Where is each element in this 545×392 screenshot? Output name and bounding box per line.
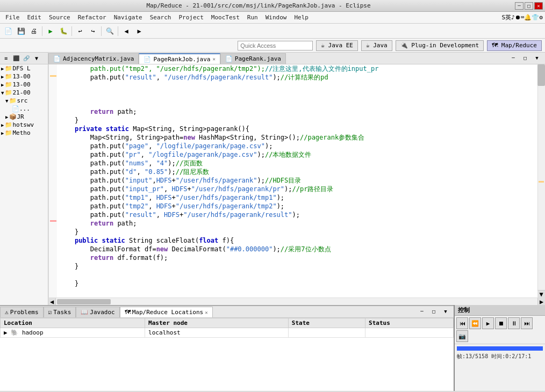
tab-javadoc[interactable]: 📖 Javadoc xyxy=(76,307,119,317)
scrollbar-thumb[interactable] xyxy=(537,64,545,86)
cell-location: ▶ 🐘 hadoop xyxy=(1,328,145,338)
toolbar: 📄 💾 🖨 ▶ 🐛 ↩ ↪ 🔍 ◀ ▶ xyxy=(0,24,545,39)
bottom-tab-close-icon[interactable]: ✕ xyxy=(205,310,207,315)
menu-navigate[interactable]: Navigate xyxy=(111,13,146,22)
menu-edit[interactable]: Edit xyxy=(24,13,45,22)
tray-icon: S英♪⏺⌨🔔👕⚙ xyxy=(502,13,543,21)
tab-close-icon[interactable]: ✕ xyxy=(212,56,215,62)
menu-source[interactable]: Source xyxy=(46,13,74,22)
maximize-button[interactable]: □ xyxy=(525,2,533,10)
menu-window[interactable]: Window xyxy=(262,13,290,22)
main-area: ≡ ⬛ 🔗 ▼ ▶ 📁 DFS L ▶ 📁 13-00 ▶ 📁 13-00 ▼ xyxy=(0,53,545,305)
back-button[interactable]: ◀ xyxy=(120,25,132,37)
right-panel-title: 控制 xyxy=(455,305,545,316)
perspective-java-ee[interactable]: ☕ Java EE xyxy=(316,40,358,51)
menu-help[interactable]: Help xyxy=(291,13,312,22)
new-button[interactable]: 📄 xyxy=(2,25,14,37)
sidebar-item-jr[interactable]: ▶ 📦 JR xyxy=(0,113,48,121)
problems-icon: ⚠ xyxy=(5,309,9,316)
minimize-button[interactable]: ─ xyxy=(515,2,524,10)
sidebar-item-hotsw[interactable]: ▶ 📁 hotswv xyxy=(0,121,48,129)
editor-menu[interactable]: ▼ xyxy=(531,53,543,64)
bottom-panel: ⚠ Problems ☑ Tasks 📖 Javadoc 🗺 Map/Reduc… xyxy=(0,305,454,391)
forward-button[interactable]: ▶ xyxy=(133,25,145,37)
sidebar-toolbar: ≡ ⬛ 🔗 ▼ xyxy=(0,53,48,64)
right-gutter xyxy=(48,64,57,297)
run-button[interactable]: ▶ xyxy=(45,25,56,37)
h-scrollbar-thumb[interactable] xyxy=(57,299,111,304)
mini-btn-7[interactable]: 📷 xyxy=(456,330,468,342)
mini-btn-1[interactable]: ⏮ xyxy=(456,317,468,329)
menu-run[interactable]: Run xyxy=(244,13,261,22)
bottom-menu[interactable]: ▼ xyxy=(440,306,451,317)
expand-arrow[interactable]: ▶ xyxy=(4,329,8,336)
bottom-maximize[interactable]: □ xyxy=(428,306,440,317)
menu-mooctest[interactable]: MoocTest xyxy=(208,13,243,22)
scroll-left-button[interactable]: ◀ xyxy=(48,298,56,306)
tab-mapreduce-locations[interactable]: 🗺 Map/Reduce Locations ✕ xyxy=(120,307,213,317)
mini-btn-2[interactable]: ⏪ xyxy=(469,317,481,329)
sidebar-item-13-2[interactable]: ▶ 📁 13-00 xyxy=(0,81,48,89)
code-content[interactable]: path.put("tmp2", "/user/hdfs/pagerank/tm… xyxy=(57,64,537,297)
tasks-icon: ☑ xyxy=(48,309,52,316)
tab-label: Problems xyxy=(10,309,39,316)
editor-minimize[interactable]: ─ xyxy=(507,53,519,64)
sidebar-item-file[interactable]: 📄 ... xyxy=(0,105,48,113)
tree-icon-folder: 📁 xyxy=(9,97,17,104)
scroll-right-button[interactable]: ▶ xyxy=(537,298,545,306)
sidebar-item-metho[interactable]: ▶ 📁 Metho xyxy=(0,129,48,137)
tab-label: AdjacencyMatrix.java xyxy=(63,55,134,62)
debug-button[interactable]: 🐛 xyxy=(58,25,69,37)
mini-btn-4[interactable]: ⏹ xyxy=(495,317,507,329)
sidebar-menu[interactable]: ▼ xyxy=(32,54,41,63)
save-button[interactable]: 💾 xyxy=(15,25,27,37)
gutter-mark-1 xyxy=(50,75,56,77)
scroll-down-button[interactable]: ▼ xyxy=(537,290,545,297)
perspective-plugin[interactable]: 🔌 Plug-in Development xyxy=(396,40,484,51)
menu-search[interactable]: Search xyxy=(147,13,175,22)
tab-pagerank-job[interactable]: 📄 PageRankJob.java ✕ xyxy=(139,53,220,64)
quick-access-input[interactable] xyxy=(238,41,313,50)
menu-project[interactable]: Project xyxy=(175,13,206,22)
table-row[interactable]: ▶ 🐘 hadoop localhost xyxy=(1,328,454,338)
sidebar-item-13-1[interactable]: ▶ 📁 13-00 xyxy=(0,72,48,81)
mini-btn-5[interactable]: ⏸ xyxy=(508,317,520,329)
menu-refactor[interactable]: Refactor xyxy=(75,13,110,22)
vertical-scrollbar[interactable]: ▼ xyxy=(537,64,545,297)
menu-file[interactable]: File xyxy=(2,13,23,22)
sidebar-link-editor[interactable]: 🔗 xyxy=(21,54,31,63)
undo-button[interactable]: ↩ xyxy=(74,25,86,37)
tree-label: ... xyxy=(19,105,30,112)
sidebar-item-dfs[interactable]: ▶ 📁 DFS L xyxy=(0,64,48,72)
horizontal-scrollbar[interactable]: ◀ ▶ xyxy=(48,297,545,305)
sidebar-expand[interactable]: ⬛ xyxy=(11,54,21,63)
tree-arrow: ▶ xyxy=(5,114,8,120)
tab-problems[interactable]: ⚠ Problems xyxy=(0,307,44,317)
tab-pagerank[interactable]: 📄 PageRank.java xyxy=(220,53,286,64)
tree-icon-folder: 📁 xyxy=(5,121,12,128)
tab-adjacencymatrix[interactable]: 📄 AdjacencyMatrix.java xyxy=(48,53,139,64)
sidebar-item-21[interactable]: ▼ 📁 21-00 xyxy=(0,89,48,97)
cell-state xyxy=(288,328,365,338)
mini-btn-3[interactable]: ▶ xyxy=(482,317,494,329)
bottom-minimize[interactable]: ─ xyxy=(416,306,428,317)
search-tool-button[interactable]: 🔍 xyxy=(104,25,116,37)
editor-maximize[interactable]: □ xyxy=(519,53,531,64)
col-master-node: Master node xyxy=(145,318,289,328)
perspective-java[interactable]: ☕ Java xyxy=(361,40,392,51)
sidebar-collapse-all[interactable]: ≡ xyxy=(1,54,11,63)
close-button[interactable]: ✕ xyxy=(534,2,543,10)
mini-btn-6[interactable]: ⏭ xyxy=(521,317,533,329)
print-button[interactable]: 🖨 xyxy=(28,25,40,37)
file-icon: 📄 xyxy=(53,55,61,62)
tree-arrow: ▶ xyxy=(1,66,4,71)
file-icon: 📄 xyxy=(225,55,233,62)
perspective-mapreduce[interactable]: 🗺 Map/Reduce xyxy=(487,40,542,51)
tab-label: Javadoc xyxy=(90,309,114,316)
tree-label: hotswv xyxy=(12,121,34,128)
tree-label: Metho xyxy=(12,129,30,136)
tab-tasks[interactable]: ☑ Tasks xyxy=(44,307,76,317)
redo-button[interactable]: ↪ xyxy=(87,25,99,37)
sidebar-item-src[interactable]: ▼ 📁 src xyxy=(0,97,48,105)
bottom-tabs: ⚠ Problems ☑ Tasks 📖 Javadoc 🗺 Map/Reduc… xyxy=(0,306,454,318)
